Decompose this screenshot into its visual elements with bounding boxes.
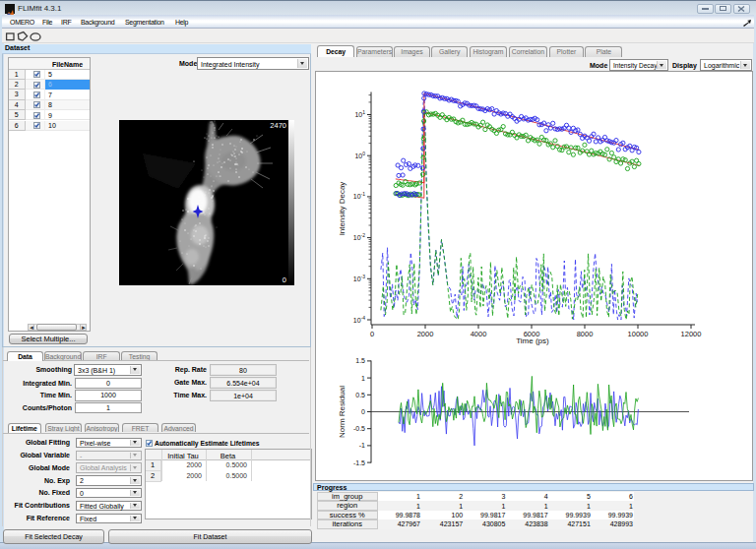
svg-text:-1.5: -1.5 (353, 459, 365, 466)
svg-text:1: 1 (361, 375, 365, 382)
svg-text:8000: 8000 (577, 330, 594, 338)
svg-text:Intensity Decay: Intensity Decay (338, 182, 346, 236)
svg-text:Norm Residual: Norm Residual (338, 386, 346, 438)
svg-text:10-1: 10-1 (353, 191, 365, 200)
svg-text:Time (ps): Time (ps) (516, 336, 549, 345)
svg-text:12000: 12000 (681, 330, 702, 338)
svg-text:10-3: 10-3 (353, 274, 365, 282)
svg-text:0: 0 (370, 330, 374, 338)
svg-text:101: 101 (354, 109, 365, 118)
svg-text:0.5: 0.5 (355, 392, 365, 398)
svg-text:2000: 2000 (417, 330, 434, 338)
svg-text:1.5: 1.5 (355, 357, 365, 364)
svg-text:10-2: 10-2 (353, 232, 365, 241)
svg-text:10000: 10000 (628, 330, 649, 338)
svg-text:100: 100 (354, 151, 365, 159)
svg-text:0: 0 (361, 408, 365, 415)
svg-text:-1: -1 (359, 442, 365, 449)
svg-text:4000: 4000 (471, 330, 487, 338)
svg-text:-0.5: -0.5 (353, 425, 365, 432)
svg-text:10-4: 10-4 (353, 315, 365, 324)
